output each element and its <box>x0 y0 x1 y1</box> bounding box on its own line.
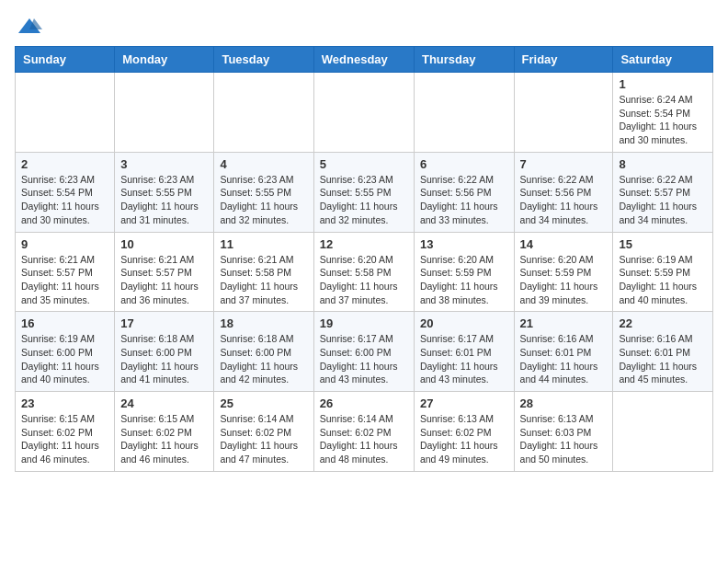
calendar-cell: 9Sunrise: 6:21 AM Sunset: 5:57 PM Daylig… <box>16 232 115 312</box>
day-detail: Sunrise: 6:16 AM Sunset: 6:01 PM Dayligh… <box>619 332 707 386</box>
day-detail: Sunrise: 6:21 AM Sunset: 5:58 PM Dayligh… <box>220 253 307 307</box>
calendar-cell: 25Sunrise: 6:14 AM Sunset: 6:02 PM Dayli… <box>214 392 313 472</box>
day-detail: Sunrise: 6:14 AM Sunset: 6:02 PM Dayligh… <box>320 412 408 466</box>
day-number: 13 <box>420 237 508 251</box>
calendar-cell <box>16 73 115 153</box>
day-number: 11 <box>220 237 307 251</box>
day-detail: Sunrise: 6:20 AM Sunset: 5:58 PM Dayligh… <box>320 253 408 307</box>
day-number: 24 <box>120 396 208 410</box>
calendar-table: SundayMondayTuesdayWednesdayThursdayFrid… <box>15 46 713 472</box>
day-number: 14 <box>520 237 608 251</box>
day-number: 9 <box>21 237 108 251</box>
calendar-cell: 3Sunrise: 6:23 AM Sunset: 5:55 PM Daylig… <box>115 152 214 232</box>
day-number: 23 <box>21 396 108 410</box>
calendar-cell: 18Sunrise: 6:18 AM Sunset: 6:00 PM Dayli… <box>214 312 313 392</box>
calendar-cell: 19Sunrise: 6:17 AM Sunset: 6:00 PM Dayli… <box>313 312 414 392</box>
day-detail: Sunrise: 6:15 AM Sunset: 6:02 PM Dayligh… <box>120 412 208 466</box>
calendar-cell <box>214 73 313 153</box>
calendar-col-saturday: Saturday <box>613 47 713 73</box>
calendar-cell: 21Sunrise: 6:16 AM Sunset: 6:01 PM Dayli… <box>514 312 613 392</box>
day-number: 1 <box>619 77 707 91</box>
calendar-cell: 27Sunrise: 6:13 AM Sunset: 6:02 PM Dayli… <box>414 392 514 472</box>
day-number: 25 <box>220 396 307 410</box>
day-detail: Sunrise: 6:19 AM Sunset: 5:59 PM Dayligh… <box>619 253 707 307</box>
calendar-cell: 11Sunrise: 6:21 AM Sunset: 5:58 PM Dayli… <box>214 232 313 312</box>
calendar-cell: 22Sunrise: 6:16 AM Sunset: 6:01 PM Dayli… <box>613 312 713 392</box>
logo <box>15 15 42 37</box>
calendar-cell: 24Sunrise: 6:15 AM Sunset: 6:02 PM Dayli… <box>115 392 214 472</box>
day-number: 3 <box>120 157 208 171</box>
day-detail: Sunrise: 6:19 AM Sunset: 6:00 PM Dayligh… <box>21 332 108 386</box>
page-header <box>15 15 713 37</box>
calendar-cell: 6Sunrise: 6:22 AM Sunset: 5:56 PM Daylig… <box>414 152 514 232</box>
calendar-cell: 16Sunrise: 6:19 AM Sunset: 6:00 PM Dayli… <box>16 312 115 392</box>
calendar-cell: 23Sunrise: 6:15 AM Sunset: 6:02 PM Dayli… <box>16 392 115 472</box>
day-detail: Sunrise: 6:23 AM Sunset: 5:55 PM Dayligh… <box>120 173 208 227</box>
calendar-cell: 26Sunrise: 6:14 AM Sunset: 6:02 PM Dayli… <box>313 392 414 472</box>
day-detail: Sunrise: 6:21 AM Sunset: 5:57 PM Dayligh… <box>120 253 208 307</box>
day-number: 27 <box>420 396 508 410</box>
day-detail: Sunrise: 6:18 AM Sunset: 6:00 PM Dayligh… <box>120 332 208 386</box>
calendar-cell: 10Sunrise: 6:21 AM Sunset: 5:57 PM Dayli… <box>115 232 214 312</box>
day-detail: Sunrise: 6:20 AM Sunset: 5:59 PM Dayligh… <box>420 253 508 307</box>
calendar-cell: 17Sunrise: 6:18 AM Sunset: 6:00 PM Dayli… <box>115 312 214 392</box>
day-detail: Sunrise: 6:23 AM Sunset: 5:55 PM Dayligh… <box>320 173 408 227</box>
day-number: 19 <box>320 316 408 330</box>
calendar-cell <box>115 73 214 153</box>
calendar-cell: 4Sunrise: 6:23 AM Sunset: 5:55 PM Daylig… <box>214 152 313 232</box>
day-number: 17 <box>120 316 208 330</box>
day-detail: Sunrise: 6:20 AM Sunset: 5:59 PM Dayligh… <box>520 253 608 307</box>
calendar-col-sunday: Sunday <box>16 47 115 73</box>
day-detail: Sunrise: 6:16 AM Sunset: 6:01 PM Dayligh… <box>520 332 608 386</box>
day-number: 18 <box>220 316 307 330</box>
calendar-cell: 2Sunrise: 6:23 AM Sunset: 5:54 PM Daylig… <box>16 152 115 232</box>
day-number: 21 <box>520 316 608 330</box>
calendar-col-thursday: Thursday <box>414 47 514 73</box>
calendar-cell: 15Sunrise: 6:19 AM Sunset: 5:59 PM Dayli… <box>613 232 713 312</box>
day-detail: Sunrise: 6:22 AM Sunset: 5:56 PM Dayligh… <box>520 173 608 227</box>
calendar-week-row: 9Sunrise: 6:21 AM Sunset: 5:57 PM Daylig… <box>16 232 713 312</box>
day-number: 8 <box>619 157 707 171</box>
calendar-week-row: 1Sunrise: 6:24 AM Sunset: 5:54 PM Daylig… <box>16 73 713 153</box>
calendar-cell <box>514 73 613 153</box>
day-detail: Sunrise: 6:22 AM Sunset: 5:57 PM Dayligh… <box>619 173 707 227</box>
calendar-cell <box>414 73 514 153</box>
calendar-cell: 7Sunrise: 6:22 AM Sunset: 5:56 PM Daylig… <box>514 152 613 232</box>
day-number: 22 <box>619 316 707 330</box>
day-detail: Sunrise: 6:24 AM Sunset: 5:54 PM Dayligh… <box>619 93 707 147</box>
day-detail: Sunrise: 6:21 AM Sunset: 5:57 PM Dayligh… <box>21 253 108 307</box>
day-number: 4 <box>220 157 307 171</box>
calendar-col-monday: Monday <box>115 47 214 73</box>
day-number: 15 <box>619 237 707 251</box>
day-detail: Sunrise: 6:13 AM Sunset: 6:03 PM Dayligh… <box>520 412 608 466</box>
calendar-week-row: 23Sunrise: 6:15 AM Sunset: 6:02 PM Dayli… <box>16 392 713 472</box>
calendar-cell <box>313 73 414 153</box>
calendar-col-friday: Friday <box>514 47 613 73</box>
day-number: 5 <box>320 157 408 171</box>
calendar-cell <box>613 392 713 472</box>
logo-icon <box>17 15 42 40</box>
calendar-cell: 14Sunrise: 6:20 AM Sunset: 5:59 PM Dayli… <box>514 232 613 312</box>
day-number: 12 <box>320 237 408 251</box>
day-detail: Sunrise: 6:23 AM Sunset: 5:55 PM Dayligh… <box>220 173 307 227</box>
calendar-cell: 8Sunrise: 6:22 AM Sunset: 5:57 PM Daylig… <box>613 152 713 232</box>
calendar-cell: 1Sunrise: 6:24 AM Sunset: 5:54 PM Daylig… <box>613 73 713 153</box>
day-number: 7 <box>520 157 608 171</box>
calendar-cell: 13Sunrise: 6:20 AM Sunset: 5:59 PM Dayli… <box>414 232 514 312</box>
calendar-cell: 20Sunrise: 6:17 AM Sunset: 6:01 PM Dayli… <box>414 312 514 392</box>
day-detail: Sunrise: 6:17 AM Sunset: 6:00 PM Dayligh… <box>320 332 408 386</box>
calendar-col-wednesday: Wednesday <box>313 47 414 73</box>
calendar-cell: 5Sunrise: 6:23 AM Sunset: 5:55 PM Daylig… <box>313 152 414 232</box>
day-number: 20 <box>420 316 508 330</box>
day-detail: Sunrise: 6:22 AM Sunset: 5:56 PM Dayligh… <box>420 173 508 227</box>
day-detail: Sunrise: 6:23 AM Sunset: 5:54 PM Dayligh… <box>21 173 108 227</box>
day-number: 2 <box>21 157 108 171</box>
calendar-week-row: 2Sunrise: 6:23 AM Sunset: 5:54 PM Daylig… <box>16 152 713 232</box>
calendar-cell: 12Sunrise: 6:20 AM Sunset: 5:58 PM Dayli… <box>313 232 414 312</box>
day-detail: Sunrise: 6:15 AM Sunset: 6:02 PM Dayligh… <box>21 412 108 466</box>
day-number: 16 <box>21 316 108 330</box>
calendar-week-row: 16Sunrise: 6:19 AM Sunset: 6:00 PM Dayli… <box>16 312 713 392</box>
day-number: 10 <box>120 237 208 251</box>
day-detail: Sunrise: 6:17 AM Sunset: 6:01 PM Dayligh… <box>420 332 508 386</box>
calendar-header-row: SundayMondayTuesdayWednesdayThursdayFrid… <box>16 47 713 73</box>
